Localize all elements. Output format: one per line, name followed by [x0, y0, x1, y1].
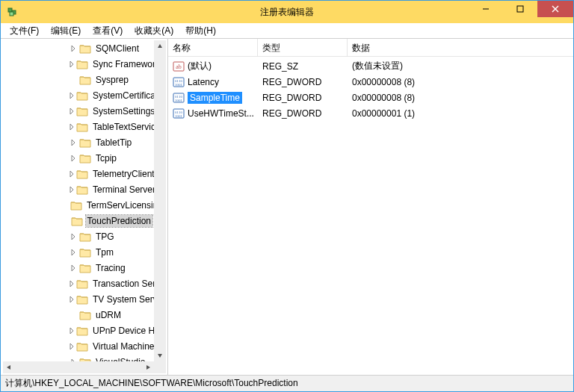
folder-icon [76, 341, 88, 352]
menu-file[interactable]: 文件(F) [4, 23, 45, 39]
tree-item-label: Tracing [94, 262, 127, 274]
column-header-name[interactable]: 名称 [168, 39, 258, 56]
menu-favorites[interactable]: 收藏夹(A) [129, 23, 179, 39]
tree-item-label: SystemSettings [91, 105, 156, 117]
tree-horizontal-scrollbar[interactable] [3, 361, 154, 373]
tree-item-label: TabletTip [94, 137, 133, 149]
reg-dword-icon: 01101001 [173, 76, 185, 88]
tree-item[interactable]: Tcpip [3, 150, 152, 166]
tree-item[interactable]: Sync Framework [3, 56, 152, 72]
folder-icon [76, 59, 88, 69]
expand-collapse-icon[interactable] [69, 91, 75, 100]
expand-collapse-icon[interactable] [69, 107, 75, 116]
list-row[interactable]: ab(默认)REG_SZ(数值未设置) [168, 58, 573, 74]
cell-data: 0x00000001 (1) [348, 108, 573, 119]
folder-icon [79, 247, 91, 258]
expand-collapse-icon[interactable] [69, 279, 75, 288]
app-icon [7, 6, 19, 18]
tree-item[interactable]: SystemSettings [3, 103, 152, 119]
tree-item[interactable]: Tpm [3, 244, 152, 260]
expand-collapse-icon[interactable] [69, 60, 75, 69]
minimize-button[interactable] [469, 1, 503, 17]
titlebar: 注册表编辑器 [1, 1, 573, 23]
expand-collapse-icon[interactable] [69, 154, 78, 163]
maximize-button[interactable] [503, 1, 537, 17]
folder-icon [79, 310, 91, 320]
menu-view[interactable]: 查看(V) [87, 23, 129, 39]
cell-name: ab(默认) [168, 59, 258, 73]
tree-item[interactable]: Tracing [3, 260, 152, 276]
svg-text:1001: 1001 [175, 83, 183, 87]
folder-icon [79, 137, 91, 148]
expand-collapse-icon[interactable] [69, 232, 78, 241]
folder-icon [76, 106, 88, 116]
expand-collapse-icon[interactable] [69, 122, 75, 131]
tree-item[interactable]: TV System Services [3, 291, 152, 307]
menu-edit[interactable]: 编辑(E) [45, 23, 87, 39]
folder-icon [76, 122, 88, 132]
tree-item[interactable]: SQMClient [3, 40, 152, 56]
expand-placeholder [69, 311, 78, 320]
value-name: SampleTime [188, 92, 242, 104]
cell-name: 01101001Latency [168, 76, 258, 88]
svg-marker-15 [70, 187, 73, 193]
close-button[interactable] [537, 1, 573, 17]
list-row[interactable]: 01101001UseHWTimeSt...REG_DWORD0x0000000… [168, 105, 573, 121]
tree-view[interactable]: SQMClientSync FrameworkSysprepSystemCert… [3, 40, 166, 373]
svg-marker-27 [146, 365, 150, 370]
folder-icon [76, 184, 88, 195]
tree-vertical-scrollbar[interactable] [154, 40, 166, 361]
tree-item[interactable]: TableTextService [3, 119, 152, 134]
expand-collapse-icon[interactable] [69, 295, 75, 304]
folder-icon [70, 200, 82, 211]
column-header-data[interactable]: 数据 [348, 39, 573, 56]
list-row[interactable]: 01101001LatencyREG_DWORD0x00000008 (8) [168, 74, 573, 90]
tree-item[interactable]: uDRM [3, 307, 152, 323]
svg-text:1001: 1001 [175, 99, 183, 102]
tree-item[interactable]: TabletTip [3, 134, 152, 150]
value-list[interactable]: ab(默认)REG_SZ(数值未设置)01101001LatencyREG_DW… [168, 57, 573, 375]
cell-data: 0x00000008 (8) [348, 93, 573, 103]
expand-collapse-icon[interactable] [69, 326, 75, 335]
svg-marker-21 [70, 328, 73, 334]
cell-data: 0x00000008 (8) [348, 77, 573, 87]
expand-collapse-icon[interactable] [69, 44, 78, 53]
list-header: 名称 类型 数据 [168, 39, 573, 57]
expand-collapse-icon[interactable] [69, 138, 78, 147]
tree-item[interactable]: Sysprep [3, 72, 152, 87]
expand-collapse-icon[interactable] [69, 264, 78, 273]
svg-marker-8 [70, 61, 73, 67]
svg-rect-0 [8, 8, 12, 12]
column-header-type[interactable]: 类型 [258, 39, 348, 56]
expand-collapse-icon[interactable] [69, 185, 75, 194]
tree-item[interactable]: UPnP Device Host [3, 323, 152, 338]
svg-marker-25 [158, 354, 162, 358]
expand-collapse-icon[interactable] [69, 342, 75, 351]
tree-item[interactable]: Virtual Machine [3, 338, 152, 354]
main-area: SQMClientSync FrameworkSysprepSystemCert… [1, 39, 573, 375]
svg-marker-9 [70, 93, 73, 99]
tree-item[interactable]: SystemCertificates [3, 87, 152, 103]
tree-item[interactable]: TouchPrediction [3, 213, 152, 228]
tree-item[interactable]: TPG [3, 228, 152, 244]
scroll-up-button[interactable] [154, 40, 166, 52]
tree-item[interactable]: TermServLicensing [3, 197, 152, 213]
scroll-right-button[interactable] [142, 361, 154, 373]
scroll-left-button[interactable] [3, 361, 15, 373]
folder-icon [71, 216, 83, 226]
expand-collapse-icon[interactable] [69, 169, 75, 178]
tree-item[interactable]: Transaction Server [3, 276, 152, 291]
tree-item[interactable]: Terminal Server Client [3, 181, 152, 197]
svg-marker-10 [70, 108, 73, 114]
folder-icon [76, 169, 88, 179]
list-row[interactable]: 01101001SampleTimeREG_DWORD0x00000008 (8… [168, 90, 573, 105]
tree-item-label: Virtual Machine [91, 340, 156, 352]
tree-item-label: TermServLicensing [85, 199, 164, 211]
menu-help[interactable]: 帮助(H) [179, 23, 222, 39]
scroll-down-button[interactable] [154, 349, 166, 361]
tree-item[interactable]: TelemetryClient [3, 166, 152, 181]
tree-item-label: Tpm [94, 246, 115, 258]
tree-item-label: TableTextService [91, 121, 162, 133]
expand-collapse-icon[interactable] [69, 248, 78, 257]
folder-icon [79, 231, 91, 242]
